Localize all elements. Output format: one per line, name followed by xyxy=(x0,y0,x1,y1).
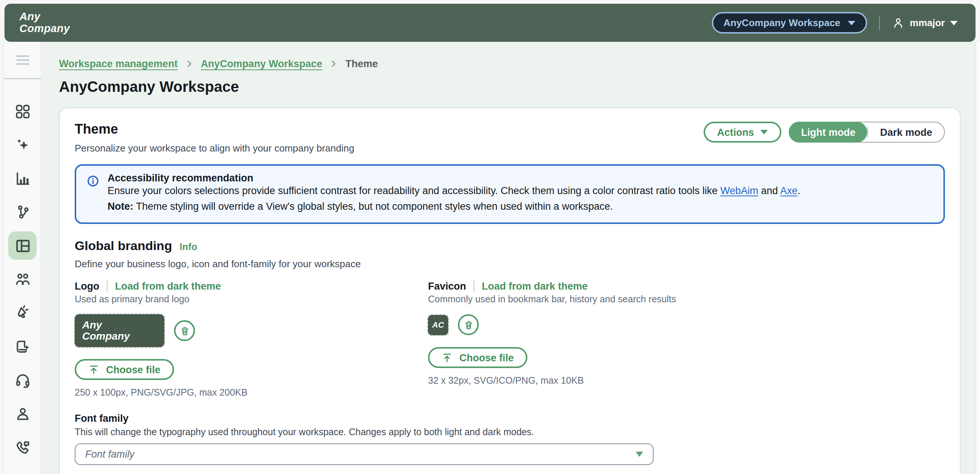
sidebar-item-calls[interactable] xyxy=(8,433,37,461)
upload-icon xyxy=(441,352,453,363)
sidebar-item-knowledge-base[interactable] xyxy=(8,332,37,361)
breadcrumb: Workspace management AnyCompany Workspac… xyxy=(59,58,961,70)
logo-description: Used as primary brand logo xyxy=(75,294,428,304)
favicon-preview-image: AC xyxy=(428,315,448,335)
alert-line-2: Note: Theme styling will override a View… xyxy=(108,199,800,214)
branding-columns: Logo Load from dark theme Used as primar… xyxy=(75,280,945,398)
theme-card-header: Theme Personalize your workspace to alig… xyxy=(75,122,945,154)
top-header-bar: Any Company AnyCompany Workspace mmajor xyxy=(5,4,975,42)
favicon-description: Commonly used in bookmark bar, history a… xyxy=(428,294,945,304)
sidebar-item-campaigns[interactable] xyxy=(8,299,37,327)
book-sparkle-icon xyxy=(14,338,31,355)
alert-text: Ensure your colors selections provide su… xyxy=(108,185,721,196)
mode-toggle: Light mode Dark mode xyxy=(789,122,945,143)
trash-icon xyxy=(463,319,474,330)
main-content: Workspace management AnyCompany Workspac… xyxy=(43,42,975,474)
webaim-link[interactable]: WebAim xyxy=(721,185,759,196)
sidebar-menu-toggle[interactable] xyxy=(4,42,41,79)
sidebar-item-workspace-layout[interactable] xyxy=(8,231,37,260)
sidebar-item-flows[interactable] xyxy=(8,198,37,226)
favicon-preview-row: AC xyxy=(428,314,945,335)
favicon-choose-file-label: Choose file xyxy=(460,352,514,363)
breadcrumb-workspace-management[interactable]: Workspace management xyxy=(59,58,178,70)
actions-button-label: Actions xyxy=(717,127,754,138)
actions-button[interactable]: Actions xyxy=(704,122,782,143)
logo-column: Logo Load from dark theme Used as primar… xyxy=(75,280,428,398)
dark-mode-segment[interactable]: Dark mode xyxy=(868,122,944,143)
alert-text: and xyxy=(758,185,780,196)
sidebar xyxy=(3,42,42,474)
info-link[interactable]: Info xyxy=(180,241,197,252)
page-title: AnyCompany Workspace xyxy=(59,78,961,95)
light-mode-label: Light mode xyxy=(801,127,856,138)
phone-chat-icon xyxy=(14,439,31,456)
sidebar-item-ai-assistant[interactable] xyxy=(8,131,37,159)
favicon-label-row: Favicon Load from dark theme xyxy=(428,280,945,292)
sidebar-item-users[interactable] xyxy=(8,265,37,293)
logo-choose-file-button[interactable]: Choose file xyxy=(75,359,174,380)
logo-load-from-dark-theme-link[interactable]: Load from dark theme xyxy=(115,280,221,292)
user-name: mmajor xyxy=(910,17,945,29)
font-family-description: This will change the typography used thr… xyxy=(75,427,945,438)
favicon-file-hint: 32 x 32px, SVG/ICO/PNG, max 10KB xyxy=(428,376,945,386)
dashboard-icon xyxy=(14,103,31,120)
sidebar-item-contact-control-panel[interactable] xyxy=(8,366,37,394)
upload-icon xyxy=(88,364,99,375)
person-icon xyxy=(14,405,31,422)
favicon-load-from-dark-theme-link[interactable]: Load from dark theme xyxy=(482,280,588,292)
favicon-label: Favicon xyxy=(428,280,466,292)
theme-card-heading-block: Theme Personalize your workspace to alig… xyxy=(75,122,355,154)
global-branding-header: Global branding Info xyxy=(75,239,945,254)
font-family-block: Font family This will change the typogra… xyxy=(75,413,945,465)
theme-header-actions: Actions Light mode Dark mode xyxy=(704,122,945,143)
theme-title: Theme xyxy=(75,122,355,137)
global-branding-subtitle: Define your business logo, icon and font… xyxy=(75,258,945,269)
dark-mode-label: Dark mode xyxy=(880,127,932,138)
layout-icon xyxy=(14,237,31,254)
menu-icon xyxy=(14,52,31,69)
logo-preview-line2: Company xyxy=(82,331,164,341)
global-branding-title: Global branding xyxy=(75,239,172,254)
theme-subtitle: Personalize your workspace to align with… xyxy=(75,143,355,154)
alert-line-1: Ensure your colors selections provide su… xyxy=(108,184,800,199)
megaphone-icon xyxy=(14,304,31,321)
alert-text: . xyxy=(797,185,800,196)
trash-icon xyxy=(179,325,190,336)
favicon-column: Favicon Load from dark theme Commonly us… xyxy=(428,280,945,398)
workspace-switcher-button[interactable]: AnyCompany Workspace xyxy=(711,12,867,33)
breadcrumb-anycompany-workspace[interactable]: AnyCompany Workspace xyxy=(201,58,322,70)
alert-note-text: Theme styling will override a View's glo… xyxy=(133,200,613,212)
favicon-choose-file-button[interactable]: Choose file xyxy=(428,347,527,368)
user-menu-button[interactable]: mmajor xyxy=(892,16,958,29)
breadcrumb-current-theme: Theme xyxy=(345,58,378,70)
favicon-delete-button[interactable] xyxy=(458,314,479,335)
chevron-right-icon xyxy=(185,59,194,69)
sidebar-item-dashboard[interactable] xyxy=(8,97,37,125)
logo-delete-button[interactable] xyxy=(174,320,195,341)
alert-title: Accessibility recommendation xyxy=(108,173,800,184)
app-root: Any Company AnyCompany Workspace mmajor xyxy=(0,0,980,474)
header-right-cluster: AnyCompany Workspace mmajor xyxy=(711,12,958,33)
sidebar-nav xyxy=(4,79,41,461)
bar-chart-icon xyxy=(14,170,31,187)
font-family-placeholder: Font family xyxy=(85,449,134,460)
logo-label: Logo xyxy=(75,280,99,292)
sparkle-icon xyxy=(14,136,31,154)
sidebar-item-customer-profiles[interactable] xyxy=(8,399,37,428)
company-logo-line2: Company xyxy=(19,23,70,34)
alert-note-label: Note: xyxy=(108,200,133,212)
label-divider xyxy=(474,280,474,292)
sidebar-item-analytics[interactable] xyxy=(8,164,37,193)
font-family-label: Font family xyxy=(75,413,945,424)
headset-icon xyxy=(14,371,31,388)
axe-link[interactable]: Axe xyxy=(780,185,798,196)
person-icon xyxy=(892,16,905,29)
logo-choose-file-label: Choose file xyxy=(106,364,161,375)
logo-preview-row: Any Company xyxy=(75,314,428,347)
users-icon xyxy=(14,271,31,288)
logo-label-row: Logo Load from dark theme xyxy=(75,280,428,292)
light-mode-segment[interactable]: Light mode xyxy=(789,122,868,143)
font-family-select[interactable]: Font family xyxy=(75,443,654,465)
chevron-right-icon xyxy=(329,59,339,69)
scrollbar-track[interactable] xyxy=(975,42,980,474)
